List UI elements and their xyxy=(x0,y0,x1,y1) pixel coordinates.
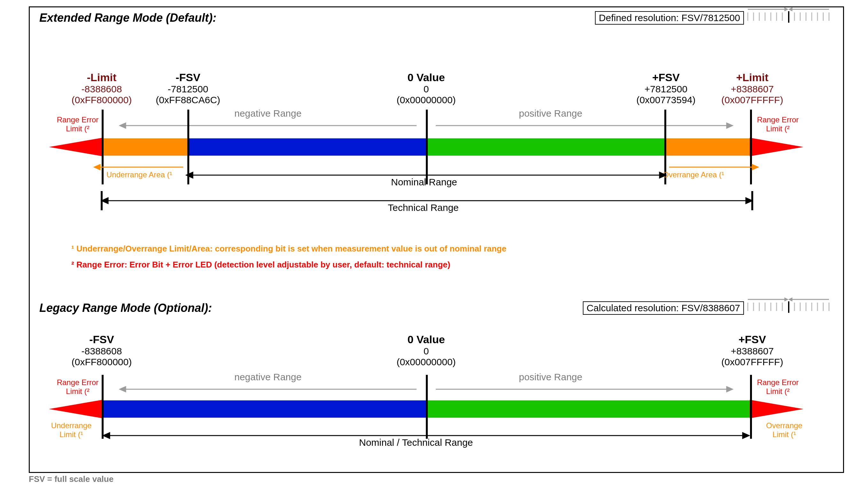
diagram-frame: Extended Range Mode (Default): Defined r… xyxy=(29,6,844,473)
leg-nominal-label: Nominal / Technical Range xyxy=(359,437,473,448)
fsv-note: FSV = full scale value xyxy=(29,474,114,484)
leg-nominal-arrow xyxy=(30,7,845,474)
svg-marker-64 xyxy=(743,433,749,439)
svg-marker-63 xyxy=(103,433,110,439)
